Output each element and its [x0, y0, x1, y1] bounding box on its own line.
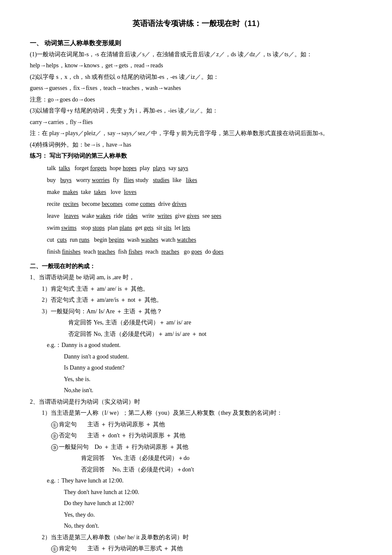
sub2-1-3a: 肯定回答 Yes, 主语（必须是代词）＋do	[30, 453, 366, 464]
section2: 二、一般现在时的构成： 1、当谓语动词是 be 动词 am, is ,are 时…	[30, 261, 366, 555]
sub1-3b: 否定回答 No, 主语（必须是代词）＋ am/ is/ are ＋ not	[30, 329, 366, 340]
exercise-row-8: finish finishes teach teaches fish fishe…	[47, 246, 366, 258]
rule4: (4)特殊词例外。如：be→is，have→has	[30, 140, 366, 150]
eg1-block: e.g.：Danny is a good student. Danny isn'…	[30, 340, 366, 396]
sub2-1-3: ③一般疑问句 Do ＋ 主语 ＋ 行为动词原形 ＋ 其他	[30, 442, 366, 453]
eg2-4: Yes, they do.	[47, 510, 366, 520]
sub1-2: 2）否定句式 主语 ＋ am/are/is ＋ not ＋ 其他。	[30, 295, 366, 306]
exercise-row-2: buy buys worry worries fly flies study s…	[47, 174, 366, 186]
eg2-3: Do they have lunch at 12:00?	[47, 498, 366, 509]
eg2-5: No, they don't.	[47, 521, 366, 532]
rule3: (3)以辅音字母+y 结尾的动词，先变 y 为 i，再加-es，-ies 读／i…	[30, 106, 366, 116]
exercise-row-4: recite recites become becomes come comes…	[47, 198, 366, 210]
eg2-block: e.g.：They have lunch at 12:00. They don'…	[30, 476, 366, 532]
exercise-row-1: talk talks forget forgets hope hopes pla…	[47, 162, 366, 174]
section1: 一、 动词第三人称单数变形规则 (1)一般动词在词尾加-s，-s 在清辅音后读／…	[30, 38, 366, 258]
sub1-heading: 1、当谓语动词是 be 动词 am, is ,are 时，	[30, 272, 366, 283]
eg2-2: They don't have lunch at 12:00.	[47, 487, 366, 498]
rule3-examples: carry→carries，fly→flies	[30, 117, 366, 128]
sub2-1-2: ②否定句 主语 ＋ don't ＋ 行为动词原形 ＋ 其他	[30, 431, 366, 441]
rule1: (1)一般动词在词尾加-s，-s 在清辅音后读／s／，在浊辅音或元音后读／z／，…	[30, 49, 366, 60]
eg1-2: Danny isn't a good student.	[47, 352, 366, 362]
exercise-row-5: leave leaves wake wakes ride rides write…	[47, 210, 366, 222]
eg1-5: No,she isn't.	[47, 385, 366, 396]
page-title: 英语语法专项讲练：一般现在时（11）	[30, 17, 366, 30]
sub1-3: 3）一般疑问句：Am/ Is/ Are ＋ 主语 ＋ 其他？	[30, 306, 366, 317]
rule3-note: 注：在 play→plays／pleiz／，say→says／sez／中，字母 …	[30, 128, 366, 139]
eg2-label: e.g.：They have lunch at 12:00.	[47, 476, 366, 486]
eg1-3: Is Danny a good student?	[47, 363, 366, 373]
eg1-label: e.g.：Danny is a good student.	[47, 340, 366, 351]
rule2-note: 注意：go→goes do→does	[30, 95, 366, 105]
section2-heading: 二、一般现在时的构成：	[30, 261, 366, 272]
sub1-3a: 肯定回答 Yes, 主语（必须是代词）＋ am/ is/ are	[30, 318, 366, 328]
sub2-2-heading: 2）当主语是第三人称单数（she/ he/ it 及单数的名词）时	[30, 532, 366, 543]
sub2-1-heading: 1）当主语是第一人称（I/ we）；第二人称（you）及第三人称复数（they …	[30, 408, 366, 419]
exercise-row-7: cut cuts run runs begin begins wash wash…	[47, 234, 366, 246]
rule2-examples: guess→guesses，fix→fixes，teach→teaches，wa…	[30, 83, 366, 94]
eg1-4: Yes, she is.	[47, 374, 366, 385]
rule1-examples: help→helps，know→knows，get→gets，read→read…	[30, 61, 366, 71]
exercise-heading: 练习： 写出下列动词的第三人称单数	[30, 151, 366, 162]
sub1-1: 1）肯定句式 主语 ＋ am/ are/ is ＋ 其他。	[30, 284, 366, 295]
section1-heading: 一、 动词第三人称单数变形规则	[30, 38, 366, 49]
sub2-1-3b: 否定回答 No, 主语（必须是代词）＋don't	[30, 465, 366, 475]
rule2: (2)以字母 s，x，ch，sh 或有些以 o 结尾的动词加-es，-es 读／…	[30, 72, 366, 83]
sub2-2-1: ①肯定句 主语 ＋ 行为动词的单三形式 ＋ 其他	[30, 543, 366, 554]
exercise-rows: talk talks forget forgets hope hopes pla…	[30, 162, 366, 258]
exercise-row-3: make makes take takes love loves	[47, 186, 366, 198]
exercise-row-6: swim swims stop stops plan plans get get…	[47, 222, 366, 234]
sub2-heading: 2、当谓语动词是行为动词（实义动词）时	[30, 397, 366, 408]
sub2-1-1: ①肯定句 主语 ＋ 行为动词原形 ＋ 其他	[30, 419, 366, 430]
